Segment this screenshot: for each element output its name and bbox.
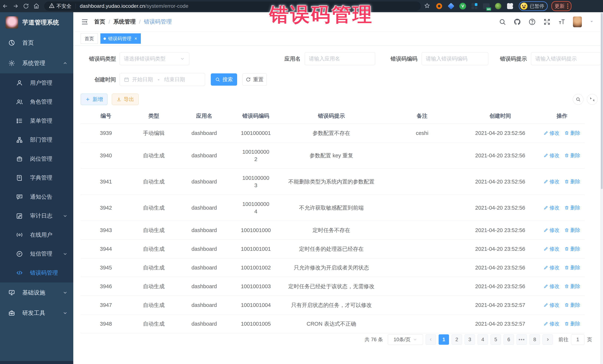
edit-link[interactable]: 修改	[544, 152, 560, 159]
fullscreen-icon[interactable]	[543, 18, 551, 26]
edit-link[interactable]: 修改	[544, 301, 560, 309]
page-button-1[interactable]: 1	[439, 334, 449, 345]
delete-link[interactable]: 删除	[564, 129, 580, 137]
edit-link[interactable]: 修改	[544, 178, 560, 185]
edit-link[interactable]: 修改	[544, 264, 560, 271]
delete-link[interactable]: 删除	[564, 226, 580, 234]
extension-icon-puzzle[interactable]	[507, 3, 514, 10]
delete-link[interactable]: 删除	[564, 245, 580, 253]
delete-link[interactable]: 删除	[564, 283, 580, 290]
bookmark-star-icon[interactable]	[424, 3, 430, 10]
page-button-5[interactable]: 5	[491, 334, 501, 345]
reset-button[interactable]: 重置	[242, 73, 267, 86]
trash-icon	[564, 179, 569, 184]
date-range-picker[interactable]: 开始日期 - 结束日期	[120, 73, 205, 86]
hamburger-icon[interactable]	[81, 18, 89, 26]
logo-image	[6, 16, 18, 29]
browser-profile-pill[interactable]: 已暂停	[519, 1, 548, 11]
sidebar-item-roles[interactable]: 角色管理	[0, 92, 73, 111]
extension-icon-key[interactable]	[495, 3, 502, 10]
sidebar-item-online-users[interactable]: 在线用户	[0, 225, 73, 244]
sidebar-item-audit-log[interactable]: 审计日志	[0, 207, 73, 226]
error-type-select[interactable]: 请选择错误码类型	[120, 52, 189, 65]
export-button[interactable]: 导出	[112, 94, 139, 105]
app-name-input[interactable]	[309, 56, 371, 62]
close-icon[interactable]	[134, 37, 138, 40]
extension-icon-gem[interactable]	[448, 3, 454, 10]
sidebar-item-dict[interactable]: 字典管理	[0, 168, 73, 188]
edit-link[interactable]: 修改	[544, 283, 560, 290]
user-avatar[interactable]	[573, 16, 582, 27]
edit-link[interactable]: 修改	[544, 204, 560, 211]
edit-link[interactable]: 修改	[544, 129, 560, 137]
tab-error-code[interactable]: 错误码管理	[100, 33, 141, 44]
caret-down-icon[interactable]	[589, 19, 594, 25]
table-row: 3940 自动生成 dashboard 100100000 2 参数配置 key…	[81, 142, 585, 168]
error-hint-input[interactable]	[535, 56, 596, 62]
browser-forward-icon[interactable]	[10, 1, 21, 11]
toggle-search-button[interactable]	[573, 94, 583, 105]
sidebar-item-departments[interactable]: 部门管理	[0, 131, 73, 150]
search-icon	[215, 77, 220, 82]
browser-home-icon[interactable]	[31, 1, 42, 11]
refresh-table-button[interactable]	[587, 94, 598, 105]
edit-link[interactable]: 修改	[544, 226, 560, 234]
browser-back-icon[interactable]	[0, 1, 10, 11]
chevron-down-icon	[62, 251, 68, 256]
sidebar-logo[interactable]: 芋道管理系统	[0, 12, 73, 33]
delete-link[interactable]: 删除	[564, 264, 580, 271]
refresh-icon	[246, 77, 251, 82]
github-icon[interactable]	[514, 18, 521, 26]
page-button-6[interactable]: 6	[504, 334, 514, 345]
delete-link[interactable]: 删除	[564, 301, 580, 309]
scrollbar-thumb[interactable]	[601, 13, 603, 189]
delete-link[interactable]: 删除	[564, 204, 580, 211]
help-icon[interactable]	[528, 18, 536, 26]
browser-menu-icon[interactable]	[567, 3, 568, 9]
next-page-button[interactable]	[543, 334, 553, 345]
sidebar-item-error-code[interactable]: 错误码管理	[0, 263, 73, 282]
more-pages-button[interactable]: •••	[517, 334, 527, 345]
page-button-3[interactable]: 3	[464, 334, 475, 345]
cell-time: 2021-04-20 23:52:56	[461, 142, 539, 168]
sidebar-item-posts[interactable]: 岗位管理	[0, 149, 73, 168]
add-button[interactable]: 新增	[81, 94, 107, 105]
page-button-4[interactable]: 4	[477, 334, 488, 345]
delete-link[interactable]: 删除	[564, 320, 580, 328]
sidebar-item-dev-tools[interactable]: 研发工具	[0, 303, 73, 323]
page-size-select[interactable]: 10条/页	[388, 334, 423, 345]
browser-reload-icon[interactable]	[21, 1, 31, 11]
edit-link[interactable]: 修改	[544, 245, 560, 253]
sidebar-item-label: 在线用户	[30, 231, 52, 239]
error-code-input[interactable]	[426, 56, 484, 62]
sidebar-item-sms[interactable]: 短信管理	[0, 244, 73, 264]
update-label: 更新	[555, 3, 565, 10]
extension-icon-dark[interactable]: on	[483, 3, 490, 10]
page-button-2[interactable]: 2	[452, 334, 462, 345]
header-search-icon[interactable]	[499, 18, 506, 26]
sidebar-item-menus[interactable]: 菜单管理	[0, 111, 73, 131]
delete-link[interactable]: 删除	[564, 152, 580, 159]
edit-link[interactable]: 修改	[544, 320, 560, 328]
add-button-label: 新增	[93, 96, 103, 103]
breadcrumb-system[interactable]: 系统管理	[113, 18, 136, 26]
goto-page-input[interactable]	[571, 334, 584, 345]
extension-icon-orange[interactable]	[436, 3, 443, 10]
extension-icon-green[interactable]: V	[459, 3, 466, 10]
browser-update-button[interactable]: 更新	[551, 1, 571, 11]
font-size-icon[interactable]	[558, 18, 566, 26]
tab-home[interactable]: 首页	[81, 33, 98, 44]
breadcrumb-home[interactable]: 首页	[94, 18, 105, 26]
extension-icon-squares[interactable]	[471, 3, 478, 10]
prev-page-button[interactable]	[426, 334, 436, 345]
search-button[interactable]: 搜索	[211, 73, 237, 86]
url-path: /system/error-code	[145, 3, 188, 9]
page-button-8[interactable]: 8	[530, 334, 540, 345]
sidebar-item-system[interactable]: 系统管理	[0, 53, 73, 73]
cell-hint: 不允许获取敏感配置到前端	[280, 195, 383, 221]
sidebar-item-infrastructure[interactable]: 基础设施	[0, 282, 73, 303]
sidebar-item-users[interactable]: 用户管理	[0, 73, 73, 92]
sidebar-item-notices[interactable]: 通知公告	[0, 187, 73, 207]
sidebar-item-home[interactable]: 首页	[0, 33, 73, 53]
delete-link[interactable]: 删除	[564, 178, 580, 185]
